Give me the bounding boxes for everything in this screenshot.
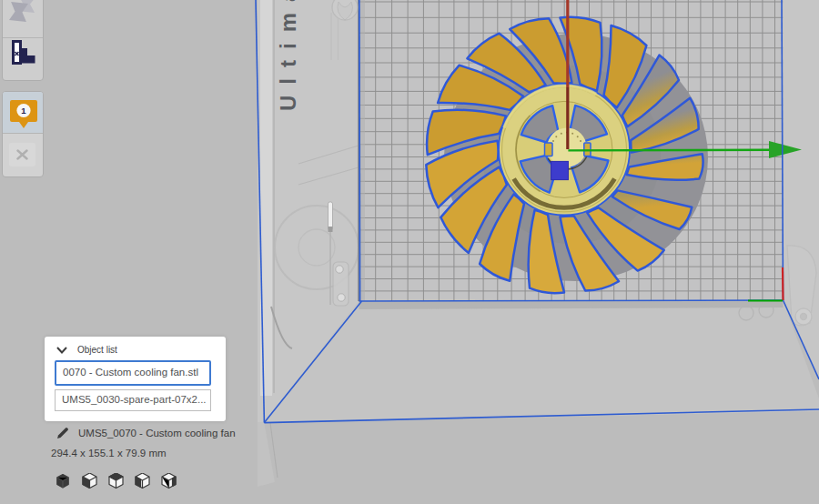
svg-text:1: 1 bbox=[21, 106, 26, 116]
